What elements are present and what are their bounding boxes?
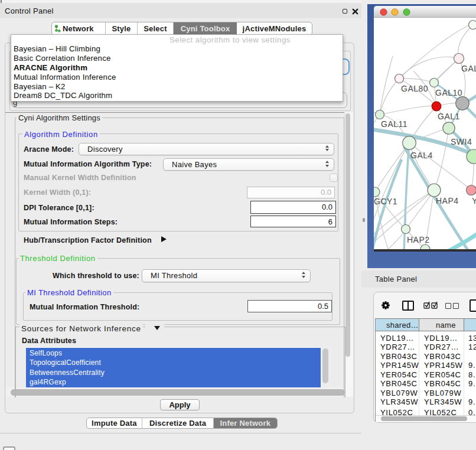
svg-text:HAP2: HAP2 [407,235,430,244]
svg-text:SWI4: SWI4 [451,137,472,146]
svg-text:YM: YM [472,196,476,206]
svg-text:GAL80: GAL80 [401,84,428,93]
svg-text:GAL11: GAL11 [381,119,407,129]
svg-text:GCY1: GCY1 [374,197,397,206]
svg-text:HAP4: HAP4 [436,196,459,206]
svg-text:GAL1: GAL1 [438,112,460,121]
svg-text:GAL2: GAL2 [461,64,476,73]
svg-text:GAL4: GAL4 [410,151,433,160]
svg-text:GAL10: GAL10 [435,88,462,97]
